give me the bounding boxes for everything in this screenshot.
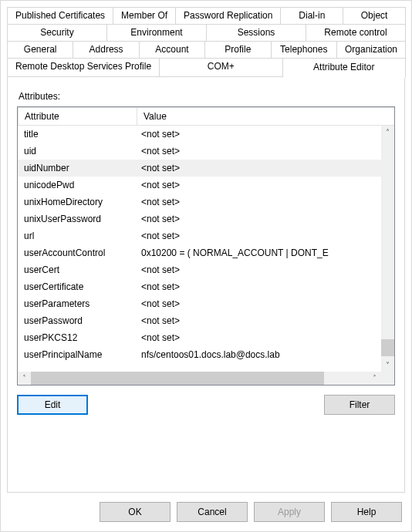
horizontal-scrollbar[interactable]: ˂ ˃ (18, 372, 381, 385)
attribute-name: uid (18, 146, 137, 157)
attribute-name: userAccountControl (18, 247, 137, 258)
tab-attribute-editor[interactable]: Attribute Editor (282, 58, 406, 78)
attribute-name: url (18, 231, 137, 241)
table-row[interactable]: userCertificate<not set> (18, 278, 381, 295)
attribute-name: userPassword (18, 315, 137, 326)
tab-telephones[interactable]: Telephones (271, 41, 337, 58)
vertical-scroll-track[interactable] (381, 139, 394, 359)
attribute-name: userPrincipalName (18, 349, 137, 360)
attribute-name: userCert (18, 264, 137, 275)
table-row[interactable]: userPKCS12<not set> (18, 329, 381, 346)
chevron-left-icon: ˂ (22, 375, 26, 382)
edit-button[interactable]: Edit (17, 395, 88, 415)
help-button[interactable]: Help (331, 502, 402, 522)
tab-general[interactable]: General (7, 41, 73, 58)
tab-security[interactable]: Security (7, 24, 107, 41)
attribute-name: unixUserPassword (18, 214, 137, 224)
attribute-value: nfs/centoos01.docs.lab@docs.lab (137, 349, 381, 360)
horizontal-scroll-track[interactable] (31, 372, 368, 385)
table-row[interactable]: userParameters<not set> (18, 295, 381, 312)
tab-account[interactable]: Account (139, 41, 205, 58)
attribute-value: <not set> (137, 231, 381, 241)
table-row[interactable]: unixHomeDirectory<not set> (18, 194, 381, 210)
tab-profile[interactable]: Profile (204, 41, 271, 58)
attribute-value: <not set> (137, 315, 381, 326)
attribute-value: <not set> (137, 163, 381, 173)
table-row[interactable]: url<not set> (18, 227, 381, 244)
tab-strip: Published CertificatesMember OfPassword … (7, 7, 405, 77)
attribute-value: <not set> (137, 129, 381, 140)
attribute-name: userCertificate (18, 281, 137, 292)
column-header-value[interactable]: Value (137, 107, 394, 126)
tab-environment[interactable]: Environment (106, 24, 207, 41)
tab-organization[interactable]: Organization (336, 41, 406, 58)
table-row[interactable]: unixUserPassword<not set> (18, 210, 381, 227)
attributes-list[interactable]: Attribute Value title<not set>uid<not se… (17, 106, 395, 386)
table-row[interactable]: userPrincipalNamenfs/centoos01.docs.lab@… (18, 346, 381, 363)
attribute-name: uidNumber (18, 163, 137, 173)
vertical-scrollbar[interactable]: ˄ ˅ (381, 126, 394, 372)
attribute-value: <not set> (137, 197, 381, 207)
tab-remote-control[interactable]: Remote control (306, 24, 406, 41)
table-row[interactable]: userAccountControl0x10200 = ( NORMAL_ACC… (18, 244, 381, 261)
attribute-value: <not set> (137, 214, 381, 224)
dialog-button-row: OK Cancel Apply Help (1, 493, 411, 531)
attribute-value: <not set> (137, 180, 381, 190)
tab-member-of[interactable]: Member Of (113, 7, 176, 24)
attribute-name: userPKCS12 (18, 332, 137, 343)
column-headers: Attribute Value (18, 107, 394, 126)
scroll-up-button[interactable]: ˄ (381, 126, 394, 139)
chevron-right-icon: ˃ (373, 375, 377, 382)
table-row[interactable]: uidNumber<not set> (18, 160, 381, 177)
scroll-down-button[interactable]: ˅ (381, 359, 394, 372)
ok-button[interactable]: OK (100, 502, 171, 522)
properties-dialog: Published CertificatesMember OfPassword … (0, 0, 412, 532)
table-row[interactable]: title<not set> (18, 126, 381, 143)
horizontal-scroll-thumb[interactable] (31, 372, 324, 385)
tab-content: Attributes: Attribute Value title<not se… (7, 76, 405, 493)
attribute-value: <not set> (137, 332, 381, 343)
vertical-scroll-thumb[interactable] (381, 339, 394, 356)
tab-remote-desktop-services-profile[interactable]: Remote Desktop Services Profile (7, 58, 160, 77)
apply-button[interactable]: Apply (254, 502, 325, 522)
attributes-label: Attributes: (19, 91, 395, 102)
table-row[interactable]: userCert<not set> (18, 261, 381, 278)
attribute-value: 0x10200 = ( NORMAL_ACCOUNT | DONT_E (137, 247, 381, 258)
tab-com-[interactable]: COM+ (159, 58, 282, 77)
tab-published-certificates[interactable]: Published Certificates (7, 7, 113, 24)
tab-password-replication[interactable]: Password Replication (175, 7, 281, 24)
attribute-value: <not set> (137, 264, 381, 275)
filter-button[interactable]: Filter (324, 395, 395, 415)
scroll-right-button[interactable]: ˃ (368, 372, 381, 385)
chevron-down-icon: ˅ (386, 362, 390, 369)
scroll-left-button[interactable]: ˂ (18, 372, 31, 385)
client-area: Published CertificatesMember OfPassword … (1, 1, 411, 493)
attribute-value: <not set> (137, 281, 381, 292)
tab-object[interactable]: Object (343, 7, 406, 24)
table-row[interactable]: unicodePwd<not set> (18, 177, 381, 194)
tab-dial-in[interactable]: Dial-in (280, 7, 343, 24)
list-button-row: Edit Filter (17, 395, 395, 415)
table-row[interactable]: uid<not set> (18, 143, 381, 160)
attribute-value: <not set> (137, 146, 381, 157)
cancel-button[interactable]: Cancel (177, 502, 248, 522)
attribute-name: title (18, 129, 137, 140)
attribute-name: unicodePwd (18, 180, 137, 190)
chevron-up-icon: ˄ (386, 129, 390, 136)
column-header-attribute[interactable]: Attribute (18, 107, 137, 126)
attribute-name: unixHomeDirectory (18, 197, 137, 207)
tab-address[interactable]: Address (73, 41, 139, 58)
tab-sessions[interactable]: Sessions (206, 24, 306, 41)
table-row[interactable]: userPassword<not set> (18, 312, 381, 329)
scroll-corner (381, 372, 394, 385)
attribute-name: userParameters (18, 298, 137, 309)
attribute-value: <not set> (137, 298, 381, 309)
